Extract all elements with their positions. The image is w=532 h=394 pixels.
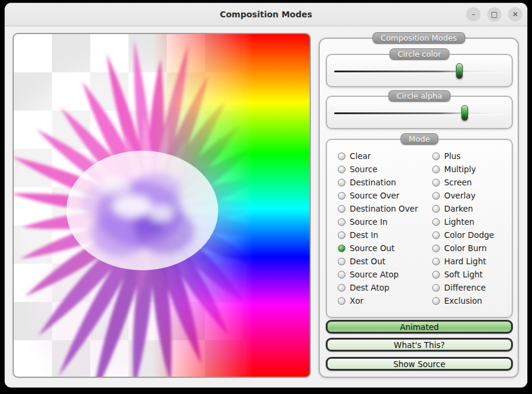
composited-ellipse	[66, 151, 218, 270]
window-title: Composition Modes	[220, 10, 313, 19]
mode-option-label: Difference	[444, 283, 486, 292]
mode-group: Mode ClearSourceDestinationSource OverDe…	[326, 139, 513, 318]
mode-option-multiply[interactable]: Multiply	[432, 163, 494, 176]
radio-icon[interactable]	[338, 205, 346, 213]
radio-icon[interactable]	[338, 152, 346, 160]
circle-alpha-slider[interactable]	[334, 97, 503, 128]
composition-canvas	[13, 33, 311, 378]
radio-icon[interactable]	[432, 297, 440, 305]
mode-option-label: Soft Light	[444, 270, 483, 279]
radio-icon[interactable]	[338, 258, 346, 265]
slider-track[interactable]	[334, 112, 503, 114]
radio-icon[interactable]	[432, 152, 440, 160]
mode-option-source[interactable]: Source	[338, 163, 418, 176]
mode-option-source-atop[interactable]: Source Atop	[338, 268, 418, 281]
mode-option-color-dodge[interactable]: Color Dodge	[432, 228, 494, 242]
mode-option-dest-out[interactable]: Dest Out	[338, 255, 418, 268]
close-icon[interactable]: ✕	[508, 7, 522, 22]
circle-alpha-group: Circle alpha	[326, 96, 513, 129]
mode-option-label: Dest Atop	[350, 283, 389, 292]
circle-color-slider[interactable]	[334, 55, 503, 86]
mode-option-label: Source In	[350, 217, 387, 227]
mode-option-label: Source	[350, 164, 377, 174]
mode-option-label: Dest Out	[350, 256, 386, 266]
slider-track[interactable]	[334, 71, 503, 72]
titlebar[interactable]: Composition Modes – □ ✕	[5, 3, 527, 26]
mode-option-label: Plus	[444, 151, 460, 161]
mode-column-left: ClearSourceDestinationSource OverDestina…	[338, 149, 418, 307]
mode-option-source-over[interactable]: Source Over	[338, 189, 418, 202]
radio-icon[interactable]	[338, 179, 346, 187]
radio-icon[interactable]	[432, 179, 440, 187]
mode-option-destination[interactable]: Destination	[338, 176, 418, 189]
mode-option-label: Exclusion	[444, 296, 482, 306]
radio-icon[interactable]	[432, 166, 440, 173]
slider-handle[interactable]	[461, 105, 468, 121]
radio-icon[interactable]	[432, 245, 440, 252]
radio-icon[interactable]	[432, 284, 440, 292]
radio-icon[interactable]	[338, 245, 346, 252]
main-content: Composition Modes Circle color Circle al…	[5, 26, 527, 387]
mode-option-plus[interactable]: Plus	[432, 149, 494, 163]
mode-option-label: Source Atop	[350, 270, 399, 279]
show-source-button[interactable]: Show Source	[326, 357, 513, 371]
window-controls: – □ ✕	[466, 3, 522, 26]
mode-option-dest-atop[interactable]: Dest Atop	[338, 281, 418, 294]
mode-option-overlay[interactable]: Overlay	[432, 189, 494, 202]
mode-option-darken[interactable]: Darken	[432, 202, 494, 215]
radio-icon[interactable]	[338, 218, 346, 226]
mode-option-hard-light[interactable]: Hard Light	[432, 255, 494, 268]
mode-option-label: Darken	[444, 204, 473, 213]
panel-title: Composition Modes	[372, 32, 466, 44]
radio-icon[interactable]	[432, 258, 440, 265]
mode-option-soft-light[interactable]: Soft Light	[432, 268, 494, 281]
mode-option-label: Color Burn	[444, 243, 487, 253]
radio-icon[interactable]	[432, 271, 440, 279]
mode-option-label: Color Dodge	[444, 230, 494, 240]
mode-option-label: Overlay	[444, 191, 475, 200]
radio-icon[interactable]	[338, 231, 346, 239]
mode-option-label: Screen	[444, 178, 472, 187]
mode-option-color-burn[interactable]: Color Burn	[432, 242, 494, 255]
maximize-icon[interactable]: □	[487, 7, 502, 22]
mode-option-clear[interactable]: Clear	[338, 149, 418, 163]
radio-icon[interactable]	[338, 284, 346, 292]
slider-handle[interactable]	[456, 63, 463, 79]
mode-column-right: PlusMultiplyScreenOverlayDarkenLightenCo…	[432, 149, 494, 307]
mode-option-label: Multiply	[444, 164, 476, 174]
animated-button[interactable]: Animated	[326, 320, 513, 334]
radio-icon[interactable]	[432, 218, 440, 226]
radio-icon[interactable]	[338, 297, 346, 305]
composition-modes-panel: Composition Modes Circle color Circle al…	[319, 38, 519, 378]
mode-option-label: Xor	[350, 296, 363, 306]
radio-icon[interactable]	[338, 166, 346, 173]
mode-option-source-out[interactable]: Source Out	[338, 242, 418, 255]
mode-option-label: Source Out	[350, 243, 395, 253]
radio-icon[interactable]	[432, 231, 440, 239]
radio-icon[interactable]	[338, 271, 346, 279]
radio-icon[interactable]	[338, 192, 346, 200]
mode-option-xor[interactable]: Xor	[338, 294, 418, 307]
mode-option-label: Destination	[350, 178, 396, 187]
radio-icon[interactable]	[432, 192, 440, 200]
circle-color-group: Circle color	[326, 54, 513, 87]
mode-option-source-in[interactable]: Source In	[338, 215, 418, 228]
mode-option-label: Hard Light	[444, 256, 486, 266]
what-s-this-button[interactable]: What's This?	[326, 338, 513, 352]
mode-option-destination-over[interactable]: Destination Over	[338, 202, 418, 215]
mode-option-lighten[interactable]: Lighten	[432, 215, 494, 228]
minimize-icon[interactable]: –	[466, 7, 481, 22]
mode-option-label: Dest In	[350, 230, 378, 240]
app-window: Composition Modes – □ ✕	[5, 3, 527, 387]
mode-option-difference[interactable]: Difference	[432, 281, 494, 294]
mode-option-label: Clear	[350, 151, 371, 161]
mode-title: Mode	[400, 133, 438, 145]
mode-option-dest-in[interactable]: Dest In	[338, 228, 418, 242]
radio-icon[interactable]	[432, 205, 440, 213]
mode-option-exclusion[interactable]: Exclusion	[432, 294, 494, 307]
mode-option-screen[interactable]: Screen	[432, 176, 494, 189]
mode-option-label: Destination Over	[350, 204, 418, 213]
mode-option-label: Source Over	[350, 191, 399, 200]
mode-option-label: Lighten	[444, 217, 475, 227]
